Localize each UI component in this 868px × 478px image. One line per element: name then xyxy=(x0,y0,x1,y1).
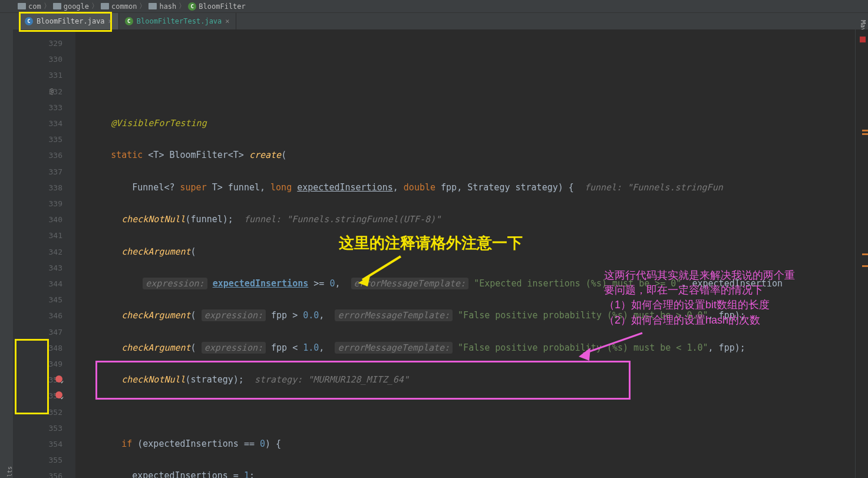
editor[interactable]: 329330331332@333334335336337338339340341… xyxy=(13,29,868,478)
java-file-icon: C xyxy=(25,17,33,25)
line-number[interactable]: 329 xyxy=(13,35,75,51)
code-text: , xyxy=(393,182,404,193)
code-text: fpp, Strategy strategy) { xyxy=(435,182,574,193)
line-number[interactable]: 342 xyxy=(13,244,75,260)
number: 0 xyxy=(260,439,265,449)
keyword: if xyxy=(121,439,132,449)
code-text: , fpp); xyxy=(708,310,745,321)
close-icon[interactable]: × xyxy=(225,17,229,25)
line-number[interactable]: 331 xyxy=(13,67,75,83)
parameter: expectedInsertions xyxy=(297,182,393,193)
string: "False positive probability (%s) must be… xyxy=(458,342,708,353)
param-hint: expression: xyxy=(202,342,266,354)
code-text: , fpp); xyxy=(708,342,745,353)
line-number[interactable]: 330 xyxy=(13,51,75,67)
close-icon[interactable]: × xyxy=(108,17,113,25)
warning-mark[interactable] xyxy=(862,130,868,131)
string: "Expected insertions (%s) must be >= 0" xyxy=(474,278,681,289)
side-tab[interactable]: lts xyxy=(6,33,13,478)
error-stripe[interactable] xyxy=(855,29,868,478)
side-tab[interactable]: ma xyxy=(0,33,1,478)
method-call: checkArgument xyxy=(121,310,190,321)
breadcrumb-item[interactable]: CBloomFilter xyxy=(188,2,245,11)
code-text: ) { xyxy=(265,439,281,449)
tab-bloomfiltertest[interactable]: C BloomFilterTest.java × xyxy=(119,13,236,29)
code-text: Funnel<? xyxy=(90,182,180,193)
line-number[interactable]: 352 xyxy=(13,404,75,420)
breadcrumb-label: common xyxy=(111,2,137,11)
breadcrumb-label: google xyxy=(64,2,89,11)
line-number[interactable]: 343 xyxy=(13,260,75,276)
line-number[interactable]: 354 xyxy=(13,436,75,452)
tab-bloomfilter[interactable]: C BloomFilter.java × xyxy=(19,13,119,29)
line-number[interactable]: 346 xyxy=(13,308,75,324)
keyword: super xyxy=(180,182,207,193)
breadcrumb: com 〉 google 〉 common 〉 hash 〉 CBloomFil… xyxy=(0,0,868,13)
inline-hint: funnel: "Funnels.stringFunnel(UTF-8)" xyxy=(233,214,441,225)
breadcrumb-item[interactable]: common xyxy=(101,2,137,11)
line-number[interactable]: 344 xyxy=(13,276,75,292)
java-file-icon: C xyxy=(125,17,133,25)
number: 0 xyxy=(329,278,335,289)
keyword: long xyxy=(270,182,292,193)
line-number[interactable]: 355 xyxy=(13,452,75,468)
method-call: checkNotNull xyxy=(121,214,185,225)
line-number[interactable]: 339 xyxy=(13,196,75,212)
breakpoint-icon[interactable] xyxy=(55,375,62,383)
breadcrumb-item[interactable]: hash xyxy=(148,2,176,11)
number: 1.0 xyxy=(303,342,319,353)
line-number[interactable]: 337 xyxy=(13,164,75,180)
param-hint: expression: xyxy=(202,309,266,321)
gutter[interactable]: 329330331332@333334335336337338339340341… xyxy=(13,29,75,478)
chevron-right-icon: 〉 xyxy=(91,1,98,11)
line-number[interactable]: 341 xyxy=(13,228,75,243)
code-text: <T> BloomFilter<T> xyxy=(143,150,249,160)
parameter: expectedInsertions xyxy=(213,278,309,289)
code-text: T> funnel, xyxy=(207,182,270,193)
code-area[interactable]: @VisibleForTesting static <T> BloomFilte… xyxy=(75,29,868,478)
param-hint: expression: xyxy=(143,278,207,289)
line-number[interactable]: 350 xyxy=(13,372,75,388)
warning-mark[interactable] xyxy=(862,265,868,267)
override-icon[interactable]: @ xyxy=(49,84,54,100)
line-number[interactable]: 333 xyxy=(13,100,75,116)
chevron-right-icon: 〉 xyxy=(44,1,51,11)
breadcrumb-item[interactable]: google xyxy=(53,2,89,11)
line-number[interactable]: 353 xyxy=(13,420,75,436)
line-number[interactable]: 334 xyxy=(13,116,75,131)
editor-tabs: C BloomFilter.java × C BloomFilterTest.j… xyxy=(0,13,868,29)
folder-icon xyxy=(148,3,157,9)
line-number[interactable]: 356 xyxy=(13,468,75,478)
line-number[interactable]: 336 xyxy=(13,147,75,163)
string: "False positive probability (%s) must be… xyxy=(458,310,708,321)
param-hint: errorMessageTemplate: xyxy=(335,342,453,354)
line-number[interactable]: 351 xyxy=(13,388,75,404)
warning-mark[interactable] xyxy=(862,253,868,255)
class-icon: C xyxy=(188,2,196,11)
warning-mark[interactable] xyxy=(862,133,868,135)
breakpoint-icon[interactable] xyxy=(55,391,62,398)
code-text: fpp < xyxy=(266,342,303,353)
line-number[interactable]: 347 xyxy=(13,324,75,340)
breadcrumb-label: com xyxy=(28,2,41,11)
method-call: checkArgument xyxy=(121,342,190,353)
number: 0.0 xyxy=(303,310,319,321)
code-text: (expectedInsertions == xyxy=(132,439,260,449)
line-number[interactable]: 335 xyxy=(13,131,75,147)
line-number[interactable]: 349 xyxy=(13,356,75,372)
line-number[interactable]: 332@ xyxy=(13,84,75,100)
error-indicator-icon[interactable] xyxy=(860,37,866,42)
inline-hint: funnel: "Funnels.stringFun xyxy=(574,182,723,193)
line-number[interactable]: 340 xyxy=(13,212,75,228)
line-number[interactable]: 345 xyxy=(13,292,75,308)
line-number[interactable]: 348 xyxy=(13,340,75,356)
code-text: , expectedInsertion xyxy=(681,278,783,289)
left-tool-tabs: lts ma tils arni ate atio rsc Blo mo Re … xyxy=(0,29,13,478)
folder-icon xyxy=(101,3,109,9)
breadcrumb-item[interactable]: com xyxy=(18,2,41,11)
code-text: = xyxy=(228,470,244,478)
param-hint: errorMessageTemplate: xyxy=(351,278,469,289)
param-hint: errorMessageTemplate: xyxy=(335,309,453,321)
keyword: static xyxy=(111,150,143,160)
line-number[interactable]: 338 xyxy=(13,180,75,196)
